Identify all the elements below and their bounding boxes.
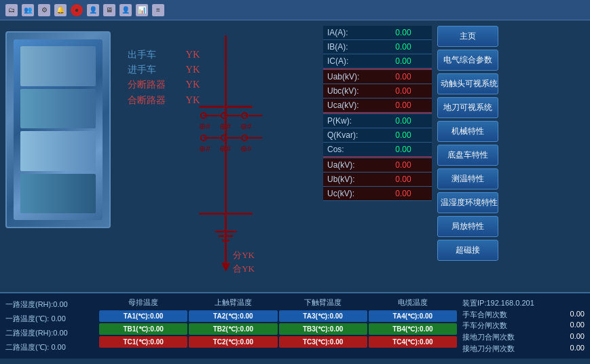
device-info-label: 手车分闸次数: [462, 321, 507, 331]
left-panel: 出手车 YK 进手车 YK 分断路器 YK 合断路器 YK: [5, 26, 318, 287]
meter-label: P(Kw):: [323, 114, 391, 128]
red-dot-icon[interactable]: ●: [71, 4, 83, 16]
meter-label: Uab(kV):: [323, 70, 391, 84]
meter-panel: IA(A):0.00IB(A):0.00IC(A):0.00Uab(kV):0.…: [323, 26, 432, 287]
schematic-diagram: 出手车 YK 进手车 YK 分断路器 YK 合断路器 YK: [116, 31, 318, 298]
side-button-9[interactable]: 超磁接: [437, 240, 498, 261]
temp-column-header: 电缆温度: [369, 297, 457, 308]
cabinet-part-1: [20, 46, 96, 86]
humidity-section: 一路湿度(RH):0.00一路温度(℃): 0.00二路湿度(RH):0.00二…: [5, 297, 94, 354]
temp-cell: TB4(℃):0.00: [369, 323, 457, 335]
device-info-label: 接地刀分闸次数: [462, 344, 515, 354]
temp-column-header: 母排温度: [99, 297, 187, 308]
temp-row: TC1(℃):0.00TC2(℃):0.00TC3(℃):0.00TC4(℃):…: [99, 336, 457, 348]
meter-value: 0.00: [391, 70, 432, 84]
toolbar: 🗂 👥 ⚙ 🔔 ● 👤 🖥 👤 📊 ≡: [0, 0, 590, 20]
temp-cell: TA3(℃):0.00: [279, 310, 367, 322]
device-info-row: 手车合闸次数0.00: [462, 310, 585, 320]
svg-text:合YK: 合YK: [233, 263, 255, 274]
svg-text:YK: YK: [186, 94, 200, 105]
temp-cell: TB1(℃):0.00: [99, 323, 187, 335]
person-icon[interactable]: 👤: [87, 4, 99, 16]
device-info-row: 接地刀分闸次数0.00: [462, 344, 585, 354]
meter-value: 0.00: [391, 114, 432, 128]
svg-text:出手车: 出手车: [128, 49, 156, 60]
svg-text:⊕#: ⊕#: [240, 144, 252, 153]
meter-value: 0.00: [391, 187, 432, 201]
temp-column-header: 上触臂温度: [189, 297, 277, 308]
meter-label: Q(Kvar):: [323, 128, 391, 143]
svg-text:⊕#: ⊕#: [240, 122, 252, 131]
device-info-value: 0.00: [570, 344, 585, 354]
users-icon[interactable]: 👥: [22, 4, 34, 16]
cabinet-part-4: [20, 174, 96, 214]
meter-label: Cos:: [323, 143, 391, 157]
temp-cell: TC3(℃):0.00: [279, 336, 367, 348]
side-button-7[interactable]: 温湿度环境特性: [437, 192, 498, 213]
toolbar-icons: 🗂 👥 ⚙ 🔔 ● 👤 🖥 👤 📊 ≡: [5, 4, 164, 16]
menu-icon[interactable]: ≡: [152, 4, 164, 16]
side-button-4[interactable]: 机械特性: [437, 121, 498, 142]
bell-icon[interactable]: 🔔: [54, 4, 67, 16]
meter-value: 0.00: [391, 40, 432, 54]
temp-column-header: 下触臂温度: [279, 297, 367, 308]
temp-header: 母排温度上触臂温度下触臂温度电缆温度: [99, 297, 457, 308]
meter-value: 0.00: [391, 158, 432, 172]
svg-text:进手车: 进手车: [128, 64, 156, 75]
meter-label: Ua(kV):: [323, 158, 391, 172]
side-button-3[interactable]: 地刀可视系统: [437, 97, 498, 118]
meter-value: 0.00: [391, 54, 432, 69]
device-ip: 装置IP:192.168.0.201: [462, 298, 585, 308]
temp-row: TB1(℃):0.00TB2(℃):0.00TB3(℃):0.00TB4(℃):…: [99, 323, 457, 335]
svg-text:⊕#: ⊕#: [199, 122, 210, 131]
side-button-0[interactable]: 主页: [437, 26, 498, 47]
cabinet-part-2: [20, 89, 96, 129]
side-button-1[interactable]: 电气综合参数: [437, 50, 498, 71]
chart-icon[interactable]: 📊: [136, 4, 148, 16]
temp-cell: TA4(℃):0.00: [369, 310, 457, 322]
svg-text:分YK: 分YK: [233, 250, 255, 260]
person2-icon[interactable]: 👤: [119, 4, 132, 16]
cabinet-part-3: [20, 131, 96, 171]
svg-text:⊕#: ⊕#: [219, 144, 231, 153]
temp-cell: TC4(℃):0.00: [369, 336, 457, 348]
diagram-area: 出手车 YK 进手车 YK 分断路器 YK 合断路器 YK: [5, 31, 318, 298]
temperature-grid: 母排温度上触臂温度下触臂温度电缆温度 TA1(℃):0.00TA2(℃):0.0…: [99, 297, 457, 354]
gear-icon[interactable]: ⚙: [38, 4, 50, 16]
meter-value: 0.00: [391, 128, 432, 143]
svg-text:YK: YK: [186, 79, 200, 90]
side-button-8[interactable]: 局放特性: [437, 216, 498, 237]
humidity-label: 一路温度(℃): 0.00: [5, 314, 94, 324]
monitor-icon[interactable]: 🖥: [103, 4, 115, 16]
device-info-row: 手车分闸次数0.00: [462, 321, 585, 331]
temp-cell: TC1(℃):0.00: [99, 336, 187, 348]
device-info-value: 0.00: [570, 321, 585, 331]
meter-label: Uc(kV):: [323, 187, 391, 201]
device-info-label: 手车合闸次数: [462, 310, 507, 320]
svg-text:YK: YK: [186, 49, 200, 60]
humidity-label: 二路湿度(RH):0.00: [5, 328, 94, 338]
meter-label: IB(A):: [323, 40, 391, 54]
bottom-panel: 一路湿度(RH):0.00一路温度(℃): 0.00二路湿度(RH):0.00二…: [0, 292, 590, 359]
meter-label: IC(A):: [323, 54, 391, 69]
device-info-value: 0.00: [570, 310, 585, 320]
temp-cell: TC2(℃):0.00: [189, 336, 277, 348]
meter-value: 0.00: [391, 98, 432, 113]
device-info-row: 接地刀合闸次数0.00: [462, 332, 585, 342]
device-info: 装置IP:192.168.0.201手车合闸次数0.00手车分闸次数0.00接地…: [462, 297, 585, 354]
meter-value: 0.00: [391, 143, 432, 157]
temp-cell: TB3(℃):0.00: [279, 323, 367, 335]
side-button-5[interactable]: 底盘车特性: [437, 145, 498, 166]
svg-text:合断路器: 合断路器: [128, 94, 166, 105]
side-button-2[interactable]: 动触头可视系统: [437, 73, 498, 94]
meter-label: Uca(kV):: [323, 98, 391, 113]
side-button-6[interactable]: 测温特性: [437, 168, 498, 189]
temp-row: TA1(℃):0.00TA2(℃):0.00TA3(℃):0.00TA4(℃):…: [99, 310, 457, 322]
meter-label: Ub(kV):: [323, 172, 391, 187]
humidity-label: 二路温度(℃): 0.00: [5, 342, 94, 352]
svg-text:分断路器: 分断路器: [128, 79, 166, 90]
device-info-label: 接地刀合闸次数: [462, 332, 515, 342]
temp-cell: TB2(℃):0.00: [189, 323, 277, 335]
file-icon[interactable]: 🗂: [5, 4, 18, 16]
meter-value: 0.00: [391, 84, 432, 98]
